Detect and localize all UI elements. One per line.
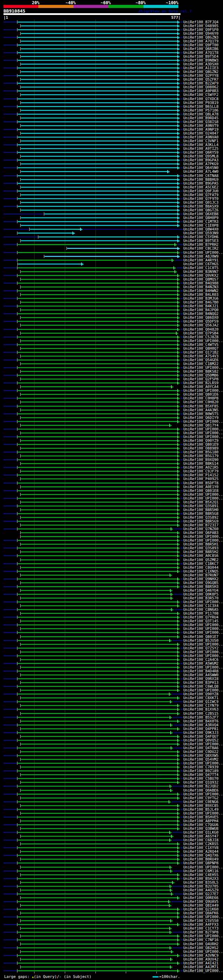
hit-label[interactable]: UniRef100_UPI000.. — [183, 631, 223, 635]
alignment-row[interactable]: UniRef100_A5C6E2 — [0, 185, 223, 189]
alignment-row[interactable]: UniRef100_C1XNQ5 — [0, 570, 223, 573]
hit-bar[interactable] — [18, 513, 177, 514]
hit-bar[interactable] — [18, 29, 177, 30]
alignment-row[interactable]: UniRef100_UPI000.. — [0, 643, 223, 646]
hit-bar[interactable] — [18, 337, 177, 337]
hit-label[interactable]: UniRef100_B7FJQ4 — [183, 20, 218, 24]
hit-bar[interactable] — [18, 114, 177, 115]
hit-label[interactable]: UniRef100_C0ENG6 — [183, 800, 218, 804]
hit-bar[interactable] — [18, 244, 175, 245]
hit-bar[interactable] — [21, 913, 177, 913]
hit-label[interactable]: UniRef100_C5WYF2 — [183, 93, 218, 97]
alignment-row[interactable]: UniRef100_A3VNC9 — [0, 954, 223, 958]
hit-bar[interactable] — [21, 94, 177, 95]
hit-bar[interactable] — [18, 701, 170, 702]
hit-label[interactable]: UniRef100_B0W5T5 — [183, 412, 218, 416]
hit-bar[interactable] — [39, 236, 177, 237]
hit-label[interactable]: UniRef100_C8Q044 — [183, 566, 218, 570]
hit-label[interactable]: UniRef100_A4A3N5 — [183, 408, 218, 412]
hit-bar[interactable] — [18, 290, 177, 291]
alignment-row[interactable]: UniRef100_A3RVQ4 — [0, 723, 223, 727]
hit-bar[interactable] — [21, 567, 177, 568]
hit-label[interactable]: UniRef100_B5S2F7 — [183, 716, 218, 719]
hit-bar[interactable] — [18, 528, 171, 530]
hit-bar[interactable] — [18, 916, 177, 918]
hit-bar[interactable] — [21, 371, 177, 372]
hit-bar[interactable] — [21, 494, 177, 495]
hit-bar[interactable] — [21, 821, 177, 821]
alignment-row[interactable]: UniRef100_C6TNA8 — [0, 174, 223, 178]
hit-bar[interactable] — [21, 897, 177, 898]
hit-label[interactable]: UniRef100_A4RY91 — [183, 258, 218, 262]
hit-bar[interactable] — [21, 536, 177, 537]
hit-bar[interactable] — [21, 133, 177, 134]
hit-bar[interactable] — [21, 140, 177, 142]
hit-bar[interactable] — [18, 221, 177, 222]
hit-bar[interactable] — [21, 325, 177, 326]
hit-label[interactable]: UniRef100_C8CIR2 — [183, 247, 218, 250]
hit-bar[interactable] — [21, 828, 177, 829]
alignment-row[interactable]: UniRef100_C8Q044 — [0, 566, 223, 570]
hit-bar[interactable] — [21, 966, 170, 967]
hit-bar[interactable] — [21, 294, 177, 295]
alignment-row[interactable]: UniRef100_C9YTG2 — [0, 796, 223, 800]
alignment-row[interactable]: UniRef100_C6M116 — [0, 869, 223, 873]
alignment-row[interactable]: UniRef100_UPI000.. — [0, 251, 223, 255]
hit-label[interactable]: UniRef100_Q8PNP8 — [183, 861, 218, 865]
hit-bar[interactable] — [21, 590, 170, 591]
hit-bar[interactable] — [18, 740, 177, 741]
alignment-row[interactable]: UniRef100_C0H820 — [0, 400, 223, 404]
hit-bar[interactable] — [18, 924, 177, 925]
alignment-row[interactable]: UniRef100_P93819 — [0, 101, 223, 105]
hit-bar[interactable] — [18, 175, 177, 176]
hit-label[interactable]: UniRef100_C2BS15 — [183, 712, 218, 716]
hit-bar[interactable] — [21, 286, 177, 288]
hit-bar[interactable] — [21, 659, 177, 660]
hit-label[interactable]: UniRef100_B5H2X3 — [183, 877, 218, 881]
hit-bar[interactable] — [18, 444, 177, 445]
hit-bar[interactable] — [18, 640, 169, 641]
hit-bar[interactable] — [18, 939, 177, 940]
hit-bar[interactable] — [21, 271, 175, 272]
alignment-row[interactable]: UniRef100_C6THG5 — [0, 262, 223, 266]
hit-bar[interactable] — [21, 867, 170, 868]
hit-bar[interactable] — [18, 298, 177, 299]
hit-bar[interactable] — [21, 644, 177, 645]
hit-bar[interactable] — [21, 517, 177, 518]
hit-label[interactable]: UniRef100_Q82HS2 — [183, 946, 218, 950]
hit-bar[interactable] — [18, 167, 177, 168]
hit-bar[interactable] — [18, 414, 177, 414]
hit-bar[interactable] — [18, 267, 173, 268]
alignment-row[interactable]: UniRef100_Q7XDC8 — [0, 97, 223, 101]
hit-bar[interactable] — [18, 452, 177, 453]
hit-label[interactable]: UniRef100_P57106 — [183, 108, 218, 112]
hit-bar[interactable] — [18, 862, 177, 864]
hit-bar[interactable] — [21, 309, 177, 310]
hit-bar[interactable] — [18, 498, 177, 499]
hit-bar[interactable] — [18, 878, 177, 879]
hit-label[interactable]: UniRef100_A3RVQ4 — [183, 723, 218, 727]
alignment-row[interactable]: UniRef100_B1XV63 — [0, 708, 223, 711]
alignment-row[interactable]: UniRef100_UPI000.. — [0, 792, 223, 796]
hit-bar[interactable] — [18, 129, 177, 130]
alignment-row[interactable]: UniRef100_A4RY91 — [0, 258, 223, 262]
hit-bar[interactable] — [18, 232, 72, 234]
alignment-row[interactable]: UniRef100_C8CIR2 — [0, 247, 223, 250]
hit-bar[interactable] — [18, 252, 177, 253]
alignment-row[interactable]: UniRef100_UPI000.. — [0, 950, 223, 954]
hit-bar[interactable] — [18, 436, 177, 438]
hit-label[interactable]: UniRef100_C1BKC7 — [183, 562, 218, 566]
hit-bar[interactable] — [21, 920, 170, 921]
hit-label[interactable]: UniRef100_Q5ZME2 — [183, 558, 218, 562]
hit-bar[interactable] — [18, 106, 177, 107]
hit-bar[interactable] — [21, 797, 177, 799]
hit-bar[interactable] — [21, 148, 177, 149]
hit-bar[interactable] — [21, 736, 177, 737]
hit-bar[interactable] — [18, 671, 177, 671]
hit-bar[interactable] — [21, 41, 177, 42]
hit-label[interactable]: UniRef100_Q7PSB4 — [183, 331, 218, 335]
alignment-row[interactable]: UniRef100_C2BS15 — [0, 712, 223, 716]
hit-label[interactable]: UniRef100_C1XNQ5 — [183, 570, 218, 573]
hit-bar[interactable] — [18, 91, 177, 91]
hit-bar[interactable] — [18, 586, 177, 587]
